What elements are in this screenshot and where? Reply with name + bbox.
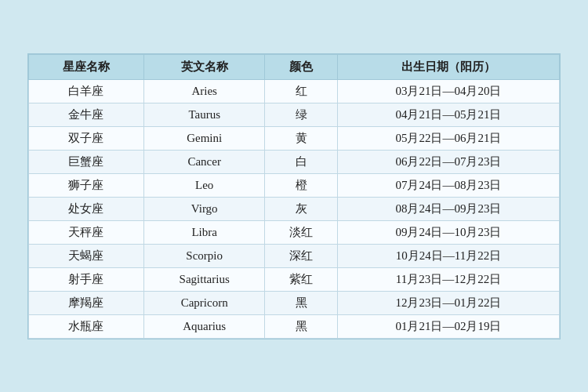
cell-color: 橙 [265,173,338,197]
cell-chinese: 金牛座 [29,103,144,126]
cell-english: Sagittarius [143,267,265,291]
cell-dates: 12月23日—01月22日 [337,291,559,314]
cell-color: 白 [265,150,338,173]
table-row: 天蝎座Scorpio深红10月24日—11月22日 [29,244,560,267]
cell-english: Capricorn [143,291,265,314]
cell-chinese: 天秤座 [29,220,144,244]
cell-chinese: 处女座 [29,197,144,220]
cell-dates: 01月21日—02月19日 [337,314,559,338]
cell-english: Virgo [143,197,265,220]
cell-color: 淡红 [265,220,338,244]
col-header-chinese: 星座名称 [29,54,144,79]
cell-dates: 11月23日—12月22日 [337,267,559,291]
cell-english: Leo [143,173,265,197]
cell-color: 黑 [265,314,338,338]
col-header-dates: 出生日期（阳历） [337,54,559,79]
cell-english: Aquarius [143,314,265,338]
cell-english: Aries [143,79,265,103]
cell-chinese: 天蝎座 [29,244,144,267]
table-row: 水瓶座Aquarius黑01月21日—02月19日 [29,314,560,338]
table-row: 狮子座Leo橙07月24日—08月23日 [29,173,560,197]
cell-english: Cancer [143,150,265,173]
cell-english: Gemini [143,126,265,150]
table-row: 摩羯座Capricorn黑12月23日—01月22日 [29,291,560,314]
cell-chinese: 摩羯座 [29,291,144,314]
cell-chinese: 双子座 [29,126,144,150]
cell-color: 黄 [265,126,338,150]
cell-color: 灰 [265,197,338,220]
cell-chinese: 水瓶座 [29,314,144,338]
cell-dates: 03月21日—04月20日 [337,79,559,103]
zodiac-table-container: 星座名称 英文名称 颜色 出生日期（阳历） 白羊座Aries红03月21日—04… [27,53,561,339]
cell-color: 绿 [265,103,338,126]
table-header-row: 星座名称 英文名称 颜色 出生日期（阳历） [29,54,560,79]
cell-english: Scorpio [143,244,265,267]
cell-dates: 05月22日—06月21日 [337,126,559,150]
cell-dates: 04月21日—05月21日 [337,103,559,126]
zodiac-table: 星座名称 英文名称 颜色 出生日期（阳历） 白羊座Aries红03月21日—04… [28,54,560,339]
cell-chinese: 巨蟹座 [29,150,144,173]
table-row: 双子座Gemini黄05月22日—06月21日 [29,126,560,150]
table-row: 巨蟹座Cancer白06月22日—07月23日 [29,150,560,173]
table-body: 白羊座Aries红03月21日—04月20日金牛座Taurus绿04月21日—0… [29,79,560,338]
col-header-color: 颜色 [265,54,338,79]
cell-chinese: 射手座 [29,267,144,291]
table-row: 天秤座Libra淡红09月24日—10月23日 [29,220,560,244]
cell-color: 紫红 [265,267,338,291]
cell-color: 红 [265,79,338,103]
cell-dates: 06月22日—07月23日 [337,150,559,173]
cell-color: 黑 [265,291,338,314]
table-row: 处女座Virgo灰08月24日—09月23日 [29,197,560,220]
table-row: 金牛座Taurus绿04月21日—05月21日 [29,103,560,126]
cell-chinese: 狮子座 [29,173,144,197]
col-header-english: 英文名称 [143,54,265,79]
cell-dates: 10月24日—11月22日 [337,244,559,267]
cell-dates: 07月24日—08月23日 [337,173,559,197]
cell-dates: 08月24日—09月23日 [337,197,559,220]
cell-english: Libra [143,220,265,244]
cell-dates: 09月24日—10月23日 [337,220,559,244]
cell-chinese: 白羊座 [29,79,144,103]
table-row: 射手座Sagittarius紫红11月23日—12月22日 [29,267,560,291]
table-row: 白羊座Aries红03月21日—04月20日 [29,79,560,103]
cell-color: 深红 [265,244,338,267]
cell-english: Taurus [143,103,265,126]
